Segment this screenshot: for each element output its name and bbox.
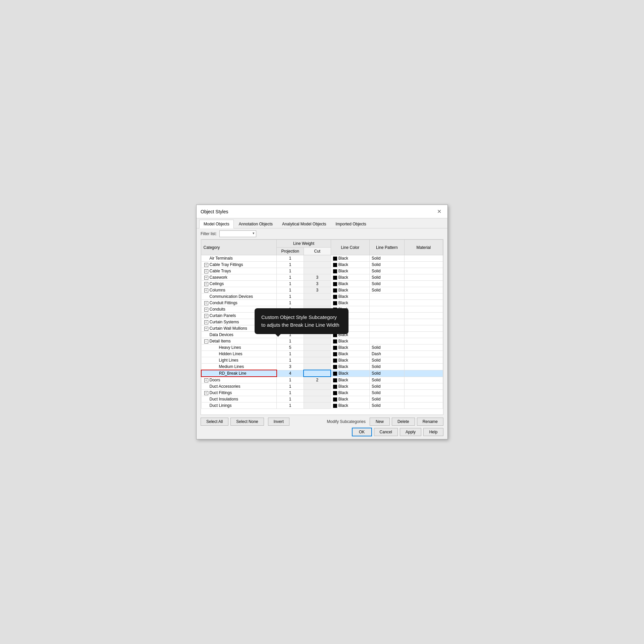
material-cell[interactable]: [404, 377, 443, 383]
pattern-cell[interactable]: [369, 319, 404, 325]
material-cell[interactable]: [404, 338, 443, 344]
material-cell[interactable]: [404, 313, 443, 319]
expand-icon[interactable]: +: [204, 391, 208, 395]
material-cell[interactable]: [404, 255, 443, 262]
material-cell[interactable]: [404, 300, 443, 306]
cut-cell[interactable]: 3: [304, 274, 331, 281]
cut-cell[interactable]: [304, 262, 331, 268]
material-cell[interactable]: [404, 268, 443, 274]
color-cell[interactable]: Black: [331, 370, 369, 377]
tab-annotation-objects[interactable]: Annotation Objects: [234, 220, 277, 228]
table-row[interactable]: Heavy Lines5BlackSolid: [201, 344, 443, 351]
projection-cell[interactable]: 1: [277, 268, 304, 274]
filter-select[interactable]: [219, 230, 256, 237]
material-cell[interactable]: [404, 370, 443, 377]
pattern-cell[interactable]: Dash: [369, 351, 404, 357]
color-cell[interactable]: Black: [331, 293, 369, 300]
select-all-button[interactable]: Select All: [201, 418, 228, 426]
projection-cell[interactable]: 5: [277, 344, 304, 351]
color-cell[interactable]: Black: [331, 402, 369, 409]
pattern-cell[interactable]: Solid: [369, 383, 404, 390]
projection-cell[interactable]: 1: [277, 396, 304, 402]
color-cell[interactable]: Black: [331, 390, 369, 396]
cut-cell[interactable]: [304, 293, 331, 300]
material-cell[interactable]: [404, 293, 443, 300]
help-button[interactable]: Help: [423, 428, 443, 436]
cut-cell[interactable]: [304, 268, 331, 274]
delete-button[interactable]: Delete: [392, 418, 415, 426]
rename-button[interactable]: Rename: [417, 418, 443, 426]
pattern-cell[interactable]: [369, 338, 404, 344]
projection-cell[interactable]: 1: [277, 351, 304, 357]
pattern-cell[interactable]: Solid: [369, 396, 404, 402]
tab-imported-objects[interactable]: Imported Objects: [331, 220, 371, 228]
material-cell[interactable]: [404, 262, 443, 268]
table-row[interactable]: Communication Devices1Black: [201, 293, 443, 300]
projection-cell[interactable]: 4: [277, 370, 304, 377]
color-cell[interactable]: Black: [331, 262, 369, 268]
cut-cell[interactable]: 2: [304, 377, 331, 383]
color-cell[interactable]: Black: [331, 377, 369, 383]
cut-cell[interactable]: [304, 396, 331, 402]
pattern-cell[interactable]: Solid: [369, 377, 404, 383]
expand-icon[interactable]: +: [204, 263, 208, 267]
material-cell[interactable]: [404, 364, 443, 370]
projection-cell[interactable]: 3: [277, 364, 304, 370]
projection-cell[interactable]: 1: [277, 300, 304, 306]
color-cell[interactable]: Black: [331, 338, 369, 344]
cut-cell[interactable]: [304, 344, 331, 351]
cut-cell[interactable]: [304, 255, 331, 262]
material-cell[interactable]: [404, 281, 443, 287]
color-cell[interactable]: Black: [331, 300, 369, 306]
expand-icon[interactable]: +: [204, 301, 208, 305]
material-cell[interactable]: [404, 396, 443, 402]
table-row[interactable]: Air Terminals1BlackSolid: [201, 255, 443, 262]
pattern-cell[interactable]: Solid: [369, 390, 404, 396]
color-cell[interactable]: Black: [331, 255, 369, 262]
pattern-cell[interactable]: Solid: [369, 262, 404, 268]
projection-cell[interactable]: 1: [277, 402, 304, 409]
pattern-cell[interactable]: [369, 300, 404, 306]
table-row[interactable]: +Doors12BlackSolid: [201, 377, 443, 383]
pattern-cell[interactable]: [369, 313, 404, 319]
expand-icon[interactable]: +: [204, 308, 208, 312]
pattern-cell[interactable]: Solid: [369, 364, 404, 370]
cut-cell[interactable]: [304, 370, 331, 377]
color-cell[interactable]: Black: [331, 344, 369, 351]
cancel-button[interactable]: Cancel: [374, 428, 398, 436]
expand-icon[interactable]: +: [204, 282, 208, 286]
expand-icon[interactable]: +: [204, 288, 208, 292]
expand-icon[interactable]: +: [204, 314, 208, 318]
expand-icon[interactable]: +: [204, 327, 208, 331]
pattern-cell[interactable]: Solid: [369, 268, 404, 274]
tab-analytical-model-objects[interactable]: Analytical Model Objects: [278, 220, 330, 228]
table-row[interactable]: Duct Accessories1BlackSolid: [201, 383, 443, 390]
table-row[interactable]: +Duct Fittings1BlackSolid: [201, 390, 443, 396]
pattern-cell[interactable]: [369, 325, 404, 332]
color-cell[interactable]: Black: [331, 268, 369, 274]
material-cell[interactable]: [404, 332, 443, 338]
pattern-cell[interactable]: Solid: [369, 281, 404, 287]
expand-icon[interactable]: +: [204, 276, 208, 280]
color-cell[interactable]: Black: [331, 383, 369, 390]
pattern-cell[interactable]: Solid: [369, 370, 404, 377]
color-cell[interactable]: Black: [331, 287, 369, 293]
table-row[interactable]: RD_Break Line4BlackSolid: [201, 370, 443, 377]
pattern-cell[interactable]: Solid: [369, 357, 404, 364]
pattern-cell[interactable]: Solid: [369, 402, 404, 409]
projection-cell[interactable]: 1: [277, 262, 304, 268]
cut-cell[interactable]: [304, 338, 331, 344]
table-row[interactable]: +Conduit Fittings1Black: [201, 300, 443, 306]
expand-icon[interactable]: +: [204, 320, 208, 324]
projection-cell[interactable]: 1: [277, 390, 304, 396]
table-row[interactable]: +Ceilings13BlackSolid: [201, 281, 443, 287]
cut-cell[interactable]: [304, 351, 331, 357]
projection-cell[interactable]: 1: [277, 255, 304, 262]
material-cell[interactable]: [404, 390, 443, 396]
projection-cell[interactable]: 1: [277, 293, 304, 300]
cut-cell[interactable]: [304, 300, 331, 306]
table-row[interactable]: Duct Linings1BlackSolid: [201, 402, 443, 409]
color-cell[interactable]: Black: [331, 274, 369, 281]
color-cell[interactable]: Black: [331, 351, 369, 357]
ok-button[interactable]: OK: [352, 428, 372, 436]
